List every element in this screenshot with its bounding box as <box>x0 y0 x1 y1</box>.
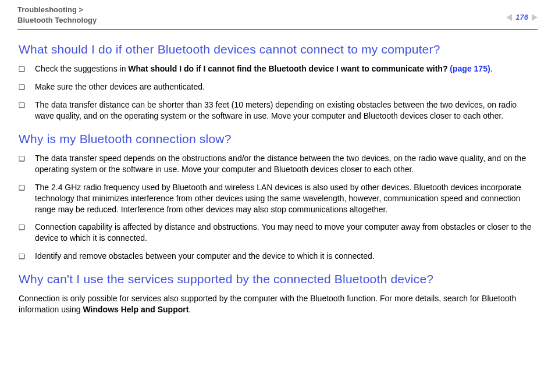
breadcrumb-line-1: Troubleshooting > <box>17 5 97 15</box>
page-link[interactable]: (page 175) <box>450 64 490 73</box>
paragraph: Connection is only possible for services… <box>19 293 536 315</box>
breadcrumb-line-2: Bluetooth Technology <box>17 15 97 26</box>
list-item: ❑ The data transfer distance can be shor… <box>19 99 536 122</box>
breadcrumb: Troubleshooting > Bluetooth Technology <box>17 5 97 26</box>
bullet-icon: ❑ <box>19 182 35 215</box>
bullet-icon: ❑ <box>19 222 35 244</box>
bullet-icon: ❑ <box>19 153 35 175</box>
bullet-icon: ❑ <box>19 99 35 122</box>
list-item-text: Identify and remove obstacles between yo… <box>35 251 536 262</box>
text-run: . <box>490 64 493 73</box>
list-item-text: Check the suggestions in What should I d… <box>35 63 536 74</box>
text-bold: Windows Help and Support <box>83 305 189 314</box>
list-item: ❑ The data transfer speed depends on the… <box>19 153 536 175</box>
section-heading: What should I do if other Bluetooth devi… <box>19 42 536 56</box>
list-item-text: The data transfer speed depends on the o… <box>35 153 536 175</box>
page-root: Troubleshooting > Bluetooth Technology 1… <box>0 0 555 392</box>
page-content: What should I do if other Bluetooth devi… <box>17 42 538 315</box>
list-item: ❑ The 2.4 GHz radio frequency used by Bl… <box>19 182 536 215</box>
list-item: ❑ Identify and remove obstacles between … <box>19 251 536 262</box>
list-item-text: Connection capability is affected by dis… <box>35 222 536 244</box>
page-navigation: 176 <box>506 5 538 22</box>
list-item: ❑ Check the suggestions in What should I… <box>19 63 536 74</box>
list-item: ❑ Make sure the other devices are authen… <box>19 81 536 92</box>
page-header: Troubleshooting > Bluetooth Technology 1… <box>17 5 538 30</box>
list-item-text: Make sure the other devices are authenti… <box>35 81 536 92</box>
text-run: Check the suggestions in <box>35 64 128 73</box>
prev-page-arrow-icon[interactable] <box>506 14 512 21</box>
text-run: . <box>188 305 191 314</box>
text-bold: What should I do if I cannot find the Bl… <box>128 64 450 73</box>
list-item-text: The data transfer distance can be shorte… <box>35 99 536 122</box>
bullet-icon: ❑ <box>19 251 35 262</box>
list-item: ❑ Connection capability is affected by d… <box>19 222 536 244</box>
bullet-icon: ❑ <box>19 63 35 74</box>
section-heading: Why can't I use the services supported b… <box>19 272 536 286</box>
section-heading: Why is my Bluetooth connection slow? <box>19 132 536 146</box>
page-number: 176 <box>515 13 528 22</box>
bullet-list: ❑ The data transfer speed depends on the… <box>19 153 536 262</box>
bullet-icon: ❑ <box>19 81 35 92</box>
list-item-text: The 2.4 GHz radio frequency used by Blue… <box>35 182 536 215</box>
next-page-arrow-icon[interactable] <box>532 14 538 21</box>
bullet-list: ❑ Check the suggestions in What should I… <box>19 63 536 122</box>
